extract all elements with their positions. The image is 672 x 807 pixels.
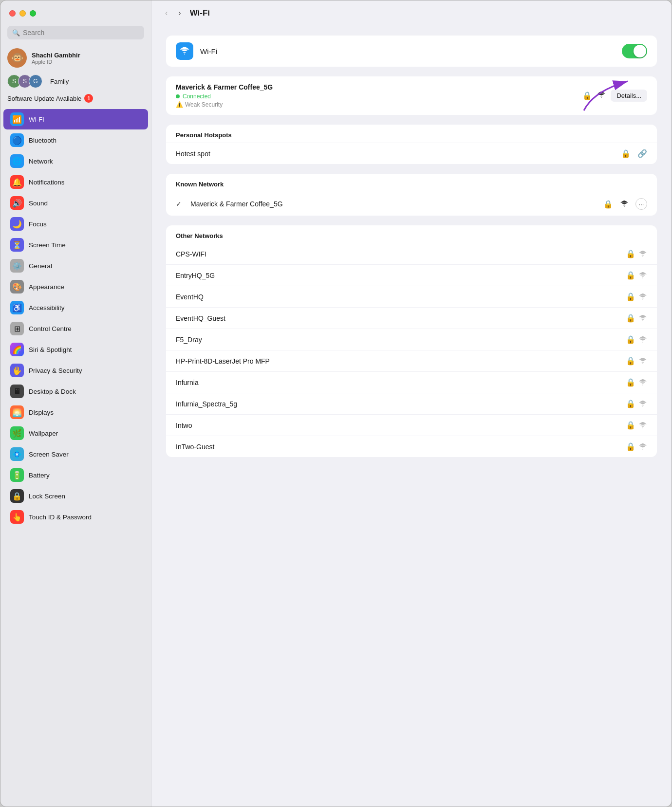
software-update-section[interactable]: Software Update Available 1 (0, 91, 151, 108)
sidebar-item-label-wifi: Wi-Fi (29, 116, 44, 123)
other-network-icons: 🔒 (626, 442, 647, 451)
other-network-item[interactable]: EventHQ 🔒 (166, 286, 657, 307)
other-wifi-icon (638, 335, 647, 344)
family-avatar-3: G (29, 74, 42, 88)
other-network-item[interactable]: InTwo-Guest 🔒 (166, 436, 657, 457)
sidebar-item-appearance[interactable]: 🎨Appearance (3, 276, 148, 297)
displays-icon: 🌅 (10, 405, 24, 419)
sidebar-item-displays[interactable]: 🌅Displays (3, 402, 148, 422)
sidebar-item-label-desktop: Desktop & Dock (29, 388, 76, 395)
other-network-item[interactable]: EntryHQ_5G 🔒 (166, 264, 657, 286)
sidebar-item-focus[interactable]: 🌙Focus (3, 214, 148, 234)
screensaver-icon: 💠 (10, 447, 24, 461)
sidebar-item-controlcentre[interactable]: ⊞Control Centre (3, 318, 148, 339)
other-network-item[interactable]: HP-Print-8D-LaserJet Pro MFP 🔒 (166, 350, 657, 371)
sidebar-item-accessibility[interactable]: ♿Accessibility (3, 297, 148, 318)
family-section[interactable]: S S G Family (0, 72, 151, 91)
sidebar-item-label-wallpaper: Wallpaper (29, 430, 58, 437)
details-button[interactable]: Details... (611, 90, 647, 102)
other-lock-icon: 🔒 (626, 421, 635, 430)
sidebar-item-label-screentime: Screen Time (29, 241, 66, 249)
other-network-name: EventHQ_Guest (176, 314, 626, 322)
other-lock-icon: 🔒 (626, 442, 635, 451)
other-network-item[interactable]: Infurnia 🔒 (166, 371, 657, 393)
known-network-more-button[interactable]: ··· (635, 198, 647, 210)
page-title: Wi-Fi (190, 8, 210, 18)
search-bar[interactable]: 🔍 (7, 26, 144, 39)
hotspot-link-icon: 🔗 (637, 149, 647, 158)
screentime-icon: ⏳ (10, 238, 24, 252)
wifi-toggle-row: Wi-Fi (166, 36, 657, 67)
other-network-item[interactable]: Intwo 🔒 (166, 414, 657, 436)
family-label: Family (50, 78, 69, 85)
other-wifi-icon (638, 250, 647, 258)
main-header: ‹ › Wi-Fi (151, 0, 672, 26)
sidebar-item-bluetooth[interactable]: 🔵Bluetooth (3, 130, 148, 150)
sidebar-item-label-privacy: Privacy & Security (29, 367, 82, 374)
other-wifi-icon (638, 357, 647, 366)
sidebar-item-notifications[interactable]: 🔔Notifications (3, 172, 148, 192)
battery-icon: 🔋 (10, 468, 24, 482)
sidebar-item-wifi[interactable]: 📶Wi-Fi (3, 109, 148, 129)
known-wifi-icon (620, 200, 629, 208)
known-network-item[interactable]: ✓ Maverick & Farmer Coffee_5G 🔒 ··· (166, 192, 657, 216)
sidebar-item-general[interactable]: ⚙️General (3, 256, 148, 276)
network-icon: 🌐 (10, 154, 24, 168)
search-input[interactable] (23, 29, 139, 37)
sidebar-item-sound[interactable]: 🔊Sound (3, 193, 148, 213)
other-network-icons: 🔒 (626, 399, 647, 408)
minimize-button[interactable] (19, 10, 26, 17)
other-wifi-icon (638, 421, 647, 430)
connected-network-row: Maverick & Farmer Coffee_5G Connected ⚠️… (166, 76, 657, 115)
sidebar-item-screensaver[interactable]: 💠Screen Saver (3, 444, 148, 464)
close-button[interactable] (9, 10, 16, 17)
other-lock-icon: 🔒 (626, 313, 635, 323)
main-body: Wi-Fi Maverick & Farmer Coffee_5G Connec… (151, 26, 672, 807)
network-actions: 🔒 Details... (582, 90, 647, 102)
other-network-item[interactable]: CPS-WIFI 🔒 (166, 243, 657, 264)
sidebar-item-label-screensaver: Screen Saver (29, 451, 69, 458)
wifi-icon: 📶 (10, 112, 24, 126)
other-wifi-icon (638, 442, 647, 451)
sidebar-item-lockscreen[interactable]: 🔒Lock Screen (3, 486, 148, 506)
back-arrow[interactable]: ‹ (163, 7, 169, 19)
sidebar-item-label-displays: Displays (29, 409, 54, 416)
other-networks-card: Other Networks CPS-WIFI 🔒 EntryHQ_5G 🔒 E… (166, 225, 657, 457)
sidebar-item-touchid[interactable]: 👆Touch ID & Password (3, 507, 148, 527)
other-wifi-icon (638, 378, 647, 387)
sidebar-item-label-focus: Focus (29, 220, 47, 228)
wallpaper-icon: 🌿 (10, 426, 24, 440)
wifi-toggle[interactable] (622, 44, 647, 58)
sidebar-item-network[interactable]: 🌐Network (3, 151, 148, 171)
other-lock-icon: 🔒 (626, 399, 635, 408)
sidebar: 🔍 🐵 Shachi Gambhir Apple ID S S G Family… (0, 0, 151, 807)
other-networks-header: Other Networks (166, 225, 657, 243)
sidebar-item-label-accessibility: Accessibility (29, 304, 65, 312)
sidebar-item-label-network: Network (29, 158, 53, 165)
wifi-toggle-label: Wi-Fi (200, 47, 615, 55)
other-network-item[interactable]: EventHQ_Guest 🔒 (166, 307, 657, 329)
status-text: Connected (183, 93, 211, 100)
other-network-icons: 🔒 (626, 271, 647, 280)
user-section[interactable]: 🐵 Shachi Gambhir Apple ID (0, 44, 151, 72)
other-network-item[interactable]: Infurnia_Spectra_5g 🔒 (166, 393, 657, 414)
lockscreen-icon: 🔒 (10, 489, 24, 503)
hotspot-item[interactable]: Hotest spot 🔒 🔗 (166, 143, 657, 164)
sidebar-item-desktop[interactable]: 🖥Desktop & Dock (3, 381, 148, 402)
sidebar-item-battery[interactable]: 🔋Battery (3, 465, 148, 485)
forward-arrow[interactable]: › (176, 7, 183, 19)
personal-hotspots-header: Personal Hotspots (166, 125, 657, 143)
main-content: ‹ › Wi-Fi Wi-Fi Maverick & Farmer Coffee… (151, 0, 672, 807)
other-network-icons: 🔒 (626, 335, 647, 344)
other-lock-icon: 🔒 (626, 335, 635, 344)
other-network-name: EntryHQ_5G (176, 272, 626, 279)
sidebar-item-screentime[interactable]: ⏳Screen Time (3, 235, 148, 255)
sidebar-item-privacy[interactable]: 🖐Privacy & Security (3, 360, 148, 381)
sidebar-item-wallpaper[interactable]: 🌿Wallpaper (3, 423, 148, 443)
maximize-button[interactable] (30, 10, 36, 17)
sidebar-item-siri[interactable]: 🌈Siri & Spotlight (3, 339, 148, 360)
user-subtitle: Apple ID (32, 59, 80, 65)
other-network-item[interactable]: F5_Dray 🔒 (166, 329, 657, 350)
sidebar-item-label-bluetooth: Bluetooth (29, 137, 56, 144)
controlcentre-icon: ⊞ (10, 322, 24, 335)
